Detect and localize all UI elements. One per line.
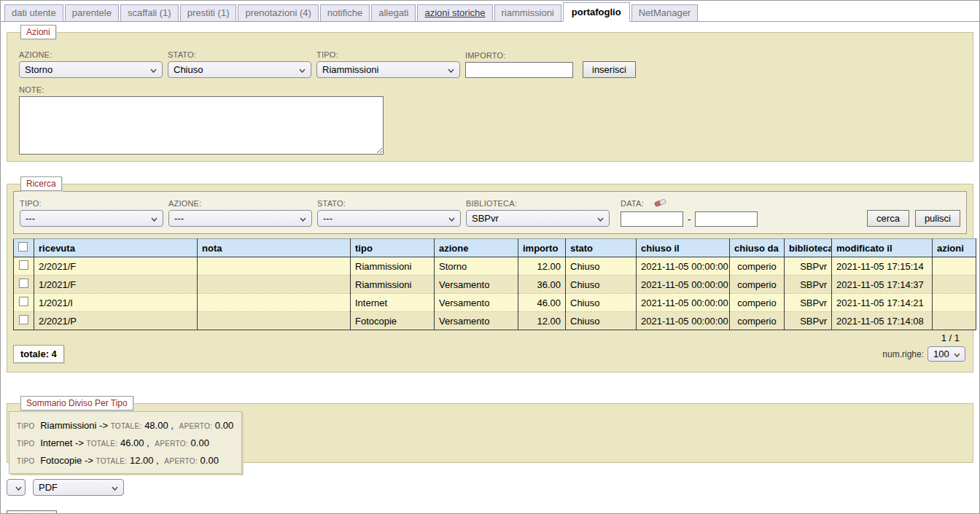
importo-input[interactable] bbox=[465, 62, 573, 78]
cell-tipo: Riammissioni bbox=[351, 276, 435, 294]
sommario-line: TIPO Fotocopie -> TOTALE: 12.00 , APERTO… bbox=[17, 455, 234, 466]
cell-stato: Chiuso bbox=[566, 257, 637, 276]
stampa-button[interactable]: stampa bbox=[7, 510, 57, 514]
col-nota: nota bbox=[198, 239, 351, 257]
chevron-down-icon bbox=[295, 213, 306, 224]
table-row: 1/2021/I Internet Versamento 46.00 Chius… bbox=[14, 294, 976, 312]
tab-riammissioni[interactable]: riammissioni bbox=[494, 4, 561, 21]
tab-azioni-storiche[interactable]: azioni storiche bbox=[417, 4, 492, 21]
search-tipo-select[interactable]: --- bbox=[20, 210, 163, 227]
chevron-down-icon bbox=[11, 482, 22, 493]
tipo-label: TIPO: bbox=[316, 50, 460, 59]
cell-nota bbox=[198, 257, 351, 276]
col-ricevuta: ricevuta bbox=[34, 239, 198, 257]
tab-portafoglio[interactable]: portafoglio bbox=[563, 2, 630, 22]
chevron-down-icon bbox=[949, 348, 960, 359]
chevron-down-icon bbox=[593, 213, 604, 224]
row-checkbox[interactable] bbox=[19, 260, 28, 270]
chevron-down-icon bbox=[295, 64, 306, 75]
row-checkbox[interactable] bbox=[19, 315, 28, 324]
tab-notifiche[interactable]: notifiche bbox=[320, 4, 370, 21]
col-azioni: azioni bbox=[933, 239, 976, 257]
search-stato-select[interactable]: --- bbox=[317, 210, 461, 227]
cell-biblioteca: SBPvr bbox=[785, 257, 832, 276]
cell-chiuso-da: comperio bbox=[730, 294, 785, 312]
ricerca-fieldset: Ricerca TIPO: --- AZIONE: --- STATO: ---… bbox=[7, 184, 973, 373]
note-textarea[interactable] bbox=[19, 96, 384, 155]
col-tipo: tipo bbox=[351, 239, 435, 257]
tab-dati-utente[interactable]: dati utente bbox=[4, 4, 63, 21]
cell-chiuso-il: 2021-11-05 00:00:00 bbox=[637, 294, 730, 312]
select-all-checkbox[interactable] bbox=[18, 242, 28, 252]
cell-stato: Chiuso bbox=[566, 276, 637, 294]
chevron-down-icon bbox=[444, 213, 455, 224]
mini-select[interactable] bbox=[7, 479, 26, 496]
azione-label: AZIONE: bbox=[19, 50, 163, 59]
cell-biblioteca: SBPvr bbox=[785, 312, 832, 330]
cell-azioni bbox=[933, 294, 976, 312]
tab-netmanager[interactable]: NetManager bbox=[631, 4, 699, 21]
sommario-box: TIPO Riammissioni -> TOTALE: 48.00 , APE… bbox=[9, 411, 242, 474]
cell-importo: 36.00 bbox=[518, 276, 566, 294]
sommario-legend: Sommario Diviso Per Tipo bbox=[20, 396, 133, 410]
table-row: 2/2021/P Fotocopie Versamento 12.00 Chiu… bbox=[14, 312, 976, 330]
tab-prenotazioni[interactable]: prenotazioni (4) bbox=[238, 4, 318, 21]
cell-azione: Versamento bbox=[435, 312, 518, 330]
cell-stato: Chiuso bbox=[566, 312, 637, 330]
cell-importo: 46.00 bbox=[518, 294, 566, 312]
pulisci-button[interactable]: pulisci bbox=[915, 210, 960, 227]
cell-ricevuta: 2/2021/P bbox=[34, 312, 198, 330]
cell-tipo: Fotocopie bbox=[351, 312, 435, 330]
cell-chiuso-il: 2021-11-05 00:00:00 bbox=[637, 276, 730, 294]
chevron-down-icon bbox=[443, 64, 454, 75]
note-label: NOTE: bbox=[19, 85, 973, 94]
col-chiuso-il: chiuso il bbox=[637, 239, 730, 257]
cerca-button[interactable]: cerca bbox=[867, 210, 909, 227]
sommario-fieldset: Sommario Diviso Per Tipo TIPO Riammissio… bbox=[7, 403, 973, 463]
num-righe-select[interactable]: 100 bbox=[928, 346, 965, 362]
cell-azione: Versamento bbox=[435, 294, 518, 312]
azione-select[interactable]: Storno bbox=[19, 61, 163, 78]
cell-azione: Storno bbox=[435, 257, 518, 276]
cell-ricevuta: 2/2021/F bbox=[34, 257, 198, 276]
importo-label: IMPORTO: bbox=[465, 51, 573, 60]
totale-box: totale: 4 bbox=[13, 345, 64, 363]
cell-nota bbox=[198, 294, 351, 312]
tipo-select[interactable]: Riammissioni bbox=[316, 61, 460, 78]
cell-chiuso-da: comperio bbox=[730, 276, 785, 294]
stato-select[interactable]: Chiuso bbox=[168, 61, 311, 78]
tab-prestiti[interactable]: prestiti (1) bbox=[180, 4, 237, 21]
row-checkbox[interactable] bbox=[19, 297, 28, 306]
cell-azione: Versamento bbox=[435, 276, 518, 294]
cell-ricevuta: 1/2021/F bbox=[34, 276, 198, 294]
biblioteca-select[interactable]: SBPvr bbox=[466, 210, 610, 227]
cell-nota bbox=[198, 312, 351, 330]
table-header-row: ricevuta nota tipo azione importo stato … bbox=[14, 239, 976, 257]
chevron-down-icon bbox=[146, 64, 157, 75]
print-section: PDF stampa bbox=[7, 479, 979, 514]
format-select[interactable]: PDF bbox=[33, 479, 124, 496]
search-panel: TIPO: --- AZIONE: --- STATO: --- BIBLIOT… bbox=[13, 191, 967, 234]
results-table: ricevuta nota tipo azione importo stato … bbox=[13, 238, 976, 330]
col-azione: azione bbox=[435, 239, 518, 257]
tab-bar: dati utente parentele scaffali (1) prest… bbox=[1, 1, 979, 22]
row-checkbox[interactable] bbox=[19, 279, 28, 288]
azioni-legend: Azioni bbox=[20, 25, 56, 39]
cell-modificato-il: 2021-11-05 17:14:21 bbox=[832, 294, 933, 312]
biblioteca-label: BIBLIOTECA: bbox=[466, 199, 610, 208]
azioni-fieldset: Azioni AZIONE: Storno STATO: Chiuso TIPO… bbox=[7, 32, 973, 162]
tab-allegati[interactable]: allegati bbox=[371, 4, 416, 21]
cell-tipo: Internet bbox=[351, 294, 435, 312]
cell-modificato-il: 2021-11-05 17:14:08 bbox=[832, 312, 933, 330]
eraser-icon[interactable] bbox=[654, 198, 667, 209]
data-to-input[interactable] bbox=[695, 211, 758, 227]
cell-modificato-il: 2021-11-05 17:15:14 bbox=[832, 257, 933, 276]
cell-ricevuta: 1/2021/I bbox=[34, 294, 198, 312]
num-righe-label: num.righe: bbox=[882, 349, 924, 359]
tab-scaffali[interactable]: scaffali (1) bbox=[120, 4, 179, 21]
data-from-input[interactable] bbox=[621, 211, 683, 227]
tab-parentele[interactable]: parentele bbox=[65, 4, 119, 21]
stato-label: STATO: bbox=[168, 50, 311, 59]
search-azione-select[interactable]: --- bbox=[168, 210, 312, 227]
inserisci-button[interactable]: inserisci bbox=[583, 61, 636, 78]
